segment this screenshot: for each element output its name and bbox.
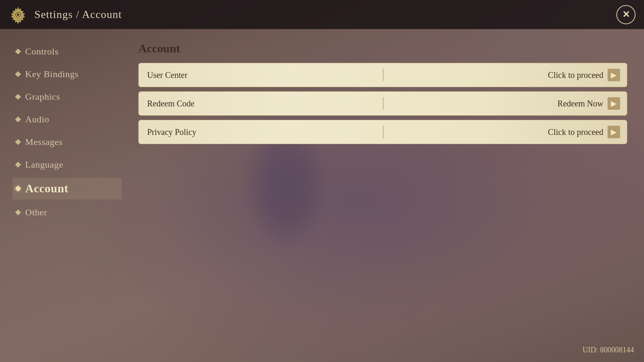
arrow-icon[interactable]: ▶	[608, 126, 620, 138]
sidebar-item-label: Messages	[25, 137, 63, 147]
sidebar-item-label: Other	[25, 207, 47, 218]
section-title: Account	[138, 42, 627, 55]
sidebar-item-label: Key Bindings	[25, 69, 79, 80]
diamond-icon	[15, 116, 21, 122]
action-label: Redeem Code	[147, 99, 195, 109]
sidebar-item-label: Account	[25, 182, 68, 195]
sidebar-item-language[interactable]: Language	[13, 155, 122, 174]
diamond-icon	[15, 49, 21, 54]
sidebar-item-label: Controls	[25, 46, 59, 57]
uid-display: UID: 800008144	[583, 346, 634, 354]
sidebar-item-other[interactable]: Other	[13, 203, 122, 222]
diamond-icon	[15, 71, 21, 77]
sidebar-item-account[interactable]: Account	[13, 178, 122, 199]
action-row-redeem-code[interactable]: Redeem CodeRedeem Now▶	[138, 91, 627, 116]
action-right: Click to proceed▶	[548, 69, 620, 81]
action-row-privacy-policy[interactable]: Privacy PolicyClick to proceed▶	[138, 120, 627, 144]
sidebar-item-messages[interactable]: Messages	[13, 132, 122, 152]
action-right-text: Click to proceed	[548, 127, 603, 137]
action-label: User Center	[147, 70, 187, 80]
separator	[383, 97, 384, 110]
sidebar-item-label: Language	[25, 159, 63, 170]
sidebar-item-key-bindings[interactable]: Key Bindings	[13, 65, 122, 84]
separator	[383, 126, 384, 138]
sidebar: ControlsKey BindingsGraphicsAudioMessage…	[0, 29, 122, 362]
separator	[383, 69, 384, 81]
sidebar-item-label: Graphics	[25, 91, 60, 102]
action-label: Privacy Policy	[147, 127, 196, 137]
actions-list: User CenterClick to proceed▶Redeem CodeR…	[138, 63, 627, 144]
diamond-icon	[15, 209, 21, 215]
sidebar-item-label: Audio	[25, 114, 49, 125]
sidebar-item-audio[interactable]: Audio	[13, 110, 122, 129]
action-right-text: Click to proceed	[548, 70, 603, 80]
diamond-icon	[15, 139, 21, 145]
action-right: Redeem Now▶	[558, 97, 620, 110]
header-title: Settings / Account	[34, 8, 122, 21]
close-icon: ✕	[622, 9, 630, 20]
close-button[interactable]: ✕	[616, 5, 636, 24]
diamond-icon	[15, 94, 21, 100]
diamond-icon	[15, 162, 21, 168]
settings-icon	[8, 5, 28, 24]
arrow-icon[interactable]: ▶	[608, 69, 620, 81]
action-right-text: Redeem Now	[558, 99, 603, 109]
sidebar-item-controls[interactable]: Controls	[13, 42, 122, 61]
diamond-icon	[15, 186, 21, 191]
sidebar-item-graphics[interactable]: Graphics	[13, 87, 122, 106]
action-row-user-center[interactable]: User CenterClick to proceed▶	[138, 63, 627, 87]
main-content: Account User CenterClick to proceed▶Rede…	[122, 29, 644, 362]
action-right: Click to proceed▶	[548, 126, 620, 138]
header-bar: Settings / Account ✕	[0, 0, 644, 29]
arrow-icon[interactable]: ▶	[608, 97, 620, 110]
